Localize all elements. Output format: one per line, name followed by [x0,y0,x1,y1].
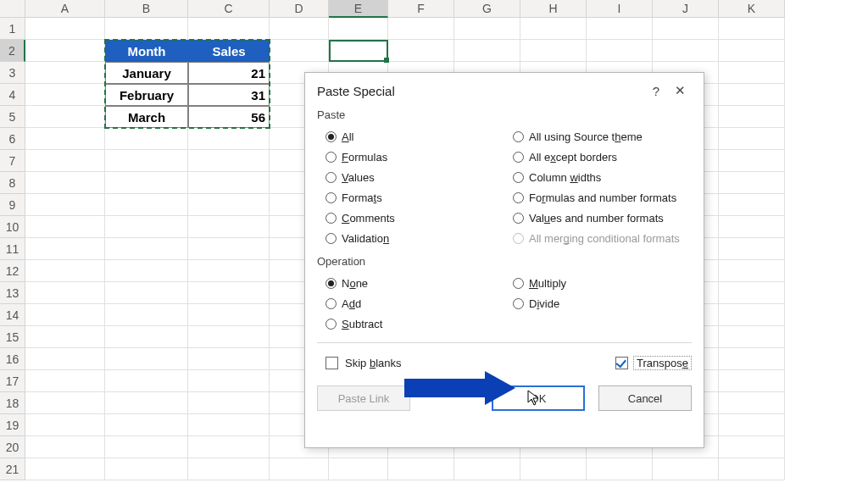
cell-K10[interactable] [719,216,785,238]
paste-option[interactable]: Formulas and number formats [504,187,692,208]
row-header-7[interactable]: 7 [0,150,25,172]
cell-A10[interactable] [25,216,105,238]
row-header-10[interactable]: 10 [0,216,25,238]
column-header-D[interactable]: D [270,0,329,18]
cell-D1[interactable] [270,18,329,40]
cell-B13[interactable] [105,282,188,304]
cell-A5[interactable] [25,106,105,128]
cell-A11[interactable] [25,238,105,260]
cell-F21[interactable] [388,458,454,480]
radio-icon[interactable] [326,233,337,244]
cell-D2[interactable] [270,40,329,62]
paste-option[interactable]: All except borders [504,147,692,167]
row-header-9[interactable]: 9 [0,194,25,216]
cell-K3[interactable] [719,62,785,84]
close-icon[interactable]: ✕ [668,83,692,98]
cell-B21[interactable] [105,458,188,480]
cell-K13[interactable] [719,282,785,304]
cell-K8[interactable] [719,172,785,194]
cell-A18[interactable] [25,392,105,414]
column-header-B[interactable]: B [105,0,188,18]
cell-B16[interactable] [105,348,188,370]
cell-A9[interactable] [25,194,105,216]
cell-J1[interactable] [653,18,719,40]
paste-option[interactable]: Values and number formats [504,208,692,228]
cell-A19[interactable] [25,414,105,436]
cell-K20[interactable] [719,436,785,458]
row-header-19[interactable]: 19 [0,414,25,436]
row-header-11[interactable]: 11 [0,238,25,260]
row-header-6[interactable]: 6 [0,128,25,150]
row-header-5[interactable]: 5 [0,106,25,128]
cell-I2[interactable] [587,40,653,62]
cell-B11[interactable] [105,238,188,260]
cell-B20[interactable] [105,436,188,458]
cell-C19[interactable] [188,414,270,436]
column-header-A[interactable]: A [25,0,105,18]
column-header-K[interactable]: K [719,0,785,18]
cell-B5[interactable] [105,106,188,128]
cell-C4[interactable] [188,84,270,106]
cell-G2[interactable] [454,40,520,62]
cell-I21[interactable] [587,458,653,480]
cell-K7[interactable] [719,150,785,172]
column-header-E[interactable]: E [329,0,388,18]
row-header-12[interactable]: 12 [0,260,25,282]
skip-blanks-checkbox[interactable] [326,357,338,369]
cell-A3[interactable] [25,62,105,84]
cell-A6[interactable] [25,128,105,150]
cell-H21[interactable] [520,458,587,480]
cell-K19[interactable] [719,414,785,436]
paste-option[interactable]: Column widths [504,167,692,187]
cell-A14[interactable] [25,304,105,326]
cell-C13[interactable] [188,282,270,304]
cell-K12[interactable] [719,260,785,282]
cell-I1[interactable] [587,18,653,40]
operation-option[interactable]: Add [317,293,504,313]
cell-B15[interactable] [105,326,188,348]
operation-option[interactable]: None [317,273,504,293]
cell-B10[interactable] [105,216,188,238]
cell-K11[interactable] [719,238,785,260]
cell-C18[interactable] [188,392,270,414]
cell-C10[interactable] [188,216,270,238]
cell-A12[interactable] [25,260,105,282]
cell-C5[interactable] [188,106,270,128]
cell-B12[interactable] [105,260,188,282]
cell-C9[interactable] [188,194,270,216]
cell-C11[interactable] [188,238,270,260]
paste-option[interactable]: Formats [317,187,504,208]
paste-option[interactable]: Validation [317,228,504,248]
cell-B1[interactable] [105,18,188,40]
row-header-4[interactable]: 4 [0,84,25,106]
cell-E21[interactable] [329,458,388,480]
cell-B17[interactable] [105,370,188,392]
cell-B3[interactable] [105,62,188,84]
cell-K21[interactable] [719,458,785,480]
cell-E2[interactable] [329,40,388,62]
ok-button[interactable]: OK [492,385,585,411]
cell-A2[interactable] [25,40,105,62]
cell-K2[interactable] [719,40,785,62]
cell-D21[interactable] [270,458,329,480]
cell-K1[interactable] [719,18,785,40]
cell-K17[interactable] [719,370,785,392]
cell-B4[interactable] [105,84,188,106]
paste-option[interactable]: Values [317,167,504,187]
paste-option[interactable]: Formulas [317,147,504,167]
radio-icon[interactable] [326,278,337,289]
cell-J2[interactable] [653,40,719,62]
cell-K18[interactable] [719,392,785,414]
cell-C8[interactable] [188,172,270,194]
cell-C1[interactable] [188,18,270,40]
row-header-3[interactable]: 3 [0,62,25,84]
cell-A7[interactable] [25,150,105,172]
cell-B8[interactable] [105,172,188,194]
row-header-21[interactable]: 21 [0,458,25,480]
cell-K16[interactable] [719,348,785,370]
cell-A13[interactable] [25,282,105,304]
radio-icon[interactable] [326,213,337,224]
column-header-H[interactable]: H [520,0,587,18]
operation-option[interactable]: Divide [504,293,692,313]
column-header-I[interactable]: I [587,0,653,18]
